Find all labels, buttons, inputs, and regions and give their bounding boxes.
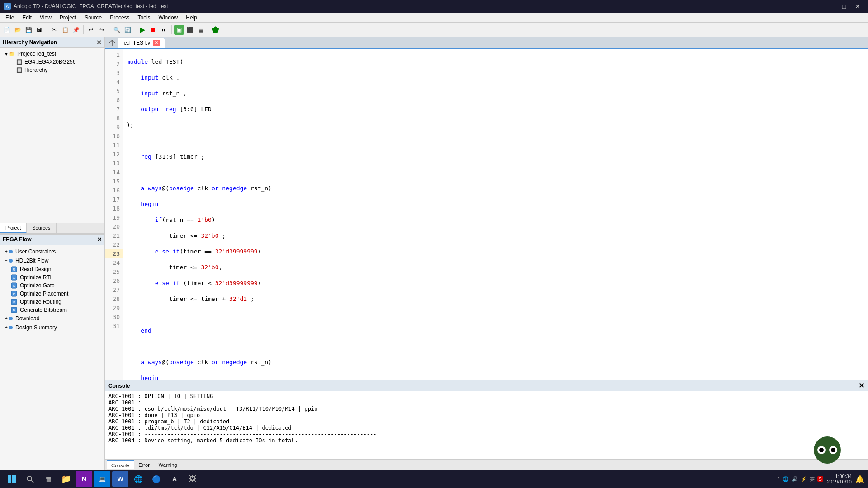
fpga-read-design[interactable]: R Read Design	[0, 265, 104, 273]
tb-save-all[interactable]: 🖫	[34, 25, 44, 35]
console-title: Console	[108, 383, 130, 389]
window-controls: — □ ✕	[824, 1, 864, 12]
tb-impl[interactable]: ⬛	[185, 25, 195, 35]
menu-help[interactable]: Help	[182, 14, 201, 22]
tb-copy[interactable]: 📋	[60, 25, 70, 35]
tb-run[interactable]: ▶	[137, 25, 147, 35]
taskbar-chrome[interactable]: 🔵	[148, 471, 165, 487]
svg-point-17	[27, 476, 32, 481]
ds-expand[interactable]: +	[4, 325, 9, 330]
hierarchy-item[interactable]: 🔲 Hierarchy	[9, 66, 103, 74]
ln-7: 7	[105, 105, 123, 114]
tray-expand[interactable]: ^	[777, 476, 779, 482]
taskbar-onenote[interactable]: N	[76, 471, 92, 487]
code-line-5: );	[127, 121, 864, 130]
code-line-10: begin	[127, 200, 864, 209]
chip-icon: 🔲	[16, 59, 23, 65]
tb-save[interactable]: 💾	[24, 25, 33, 35]
fpga-optimize-routing[interactable]: R Optimize Routing	[0, 298, 104, 306]
fpga-generate-bitstream[interactable]: B Generate Bitstream	[0, 306, 104, 314]
search-button[interactable]	[22, 471, 38, 487]
console-tabs: Console Error Warning	[105, 459, 868, 470]
maximize-button[interactable]: □	[837, 1, 851, 12]
fpga-optimize-rtl[interactable]: O Optimize RTL	[0, 273, 104, 282]
tb-synth[interactable]: ▣	[174, 25, 184, 35]
fpga-hdl2bit[interactable]: − HDL2Bit Flow	[0, 256, 104, 265]
device-item[interactable]: 🔲 EG4::EG4X20BG256	[9, 58, 103, 66]
menu-edit[interactable]: Edit	[19, 14, 35, 22]
tb-cut[interactable]: ✂	[49, 25, 59, 35]
tab-close-btn[interactable]: ✕	[153, 40, 160, 46]
tb-step[interactable]: ⏭	[159, 25, 169, 35]
console-close-btn[interactable]: ✕	[859, 381, 864, 390]
taskbar-edge[interactable]: 🌐	[130, 471, 146, 487]
ln-24: 24	[105, 258, 123, 267]
mascot-eye-left	[817, 446, 826, 454]
close-button[interactable]: ✕	[851, 1, 864, 12]
menu-window[interactable]: Window	[155, 14, 182, 22]
tab-led-test[interactable]: led_TEST.v ✕	[118, 38, 165, 48]
menu-project[interactable]: Project	[56, 14, 80, 22]
taskbar-anlogic[interactable]: A	[166, 471, 183, 487]
volume-icon[interactable]: 🔊	[792, 476, 798, 482]
tab-sources[interactable]: Sources	[27, 223, 56, 233]
expand-icon[interactable]: ▼	[4, 52, 9, 56]
console-body[interactable]: ARC-1001 : OPTION | IO | SETTING ARC-100…	[105, 391, 868, 459]
fpga-close[interactable]: ✕	[97, 236, 102, 243]
taskbar-taskview[interactable]: ▦	[40, 471, 56, 487]
fpga-user-constraints[interactable]: + User Constraints	[0, 247, 104, 256]
toolbar: 📄 📂 💾 🖫 ✂ 📋 📌 ↩ ↪ 🔍 🔄 ▶ ⏹ ⏭ ▣ ⬛ ▤ ⬟	[0, 23, 868, 37]
console-tab-console[interactable]: Console	[107, 460, 134, 469]
dl-expand[interactable]: +	[4, 316, 9, 321]
new-tab-btn[interactable]	[107, 38, 118, 48]
menu-source[interactable]: Source	[81, 14, 105, 22]
console-line-8: ARC-1004 : Device setting, marked 5 dedi…	[108, 437, 864, 444]
code-line-1: module led_TEST(	[127, 57, 864, 66]
menu-tools[interactable]: Tools	[134, 14, 154, 22]
clock[interactable]: 1:00:34 2019/10/10	[827, 474, 852, 484]
code-content[interactable]: module led_TEST( input clk , input rst_n…	[123, 49, 868, 380]
generate-bitstream-label: Generate Bitstream	[20, 307, 67, 313]
console-tab-warning[interactable]: Warning	[154, 461, 182, 469]
menu-file[interactable]: File	[2, 14, 18, 22]
console-line-1: ARC-1001 : OPTION | IO | SETTING	[108, 393, 864, 399]
hierarchy-close[interactable]: ✕	[96, 39, 102, 46]
start-button[interactable]	[4, 471, 20, 487]
taskbar-devtools[interactable]: 💻	[94, 471, 110, 487]
hdl-expand[interactable]: −	[4, 258, 9, 263]
hier-icon: 🔲	[16, 67, 23, 73]
taskbar-explorer[interactable]: 📁	[58, 471, 74, 487]
taskbar-word[interactable]: W	[112, 471, 128, 487]
project-root[interactable]: ▼ 📁 Project: led_test	[2, 50, 103, 58]
tb-prog[interactable]: ⬟	[211, 25, 221, 35]
menu-process[interactable]: Process	[106, 14, 133, 22]
fpga-download[interactable]: + Download	[0, 314, 104, 323]
notification-btn[interactable]: 🔔	[855, 475, 864, 483]
taskbar-photos[interactable]: 🖼	[184, 471, 201, 487]
console-header: Console ✕	[105, 380, 868, 391]
ln-31: 31	[105, 322, 123, 331]
minimize-button[interactable]: —	[824, 1, 837, 12]
tb-undo[interactable]: ↩	[86, 25, 96, 35]
dl-dot	[9, 317, 13, 320]
tb-replace[interactable]: 🔄	[123, 25, 132, 35]
tb-stop[interactable]: ⏹	[148, 25, 158, 35]
code-editor[interactable]: 1 2 3 4 5 6 7 8 9 10 11 12 13 14 15 16 1…	[105, 49, 868, 380]
tb-redo[interactable]: ↪	[97, 25, 107, 35]
menu-bar: File Edit View Project Source Process To…	[0, 13, 868, 23]
uc-expand[interactable]: +	[4, 249, 9, 254]
fpga-optimize-gate[interactable]: G Optimize Gate	[0, 282, 104, 290]
tb-paste[interactable]: 📌	[71, 25, 81, 35]
console-tab-error[interactable]: Error	[134, 461, 154, 469]
fpga-design-summary[interactable]: + Design Summary	[0, 323, 104, 332]
toolbar-separator-5	[171, 25, 172, 34]
tb-find[interactable]: 🔍	[112, 25, 122, 35]
tb-bit[interactable]: ▤	[196, 25, 206, 35]
tb-new[interactable]: 📄	[2, 25, 12, 35]
tb-open[interactable]: 📂	[13, 25, 23, 35]
menu-view[interactable]: View	[36, 14, 55, 22]
lang-icon: 英	[810, 476, 815, 483]
fpga-optimize-placement[interactable]: P Optimize Placement	[0, 290, 104, 298]
ln-21: 21	[105, 231, 123, 240]
tab-project[interactable]: Project	[0, 223, 27, 233]
